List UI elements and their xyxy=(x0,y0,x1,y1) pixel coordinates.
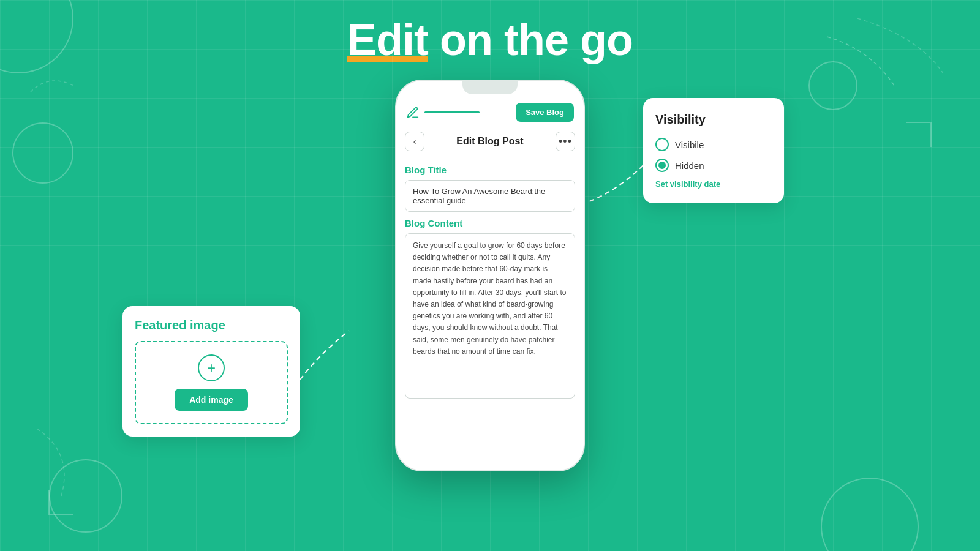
phone-notch xyxy=(462,81,518,94)
add-image-icon: + xyxy=(198,354,225,381)
title-rest: on the go xyxy=(428,15,633,64)
phone-nav: ‹ Edit Blog Post ••• xyxy=(396,128,584,155)
header-line xyxy=(424,111,480,113)
radio-visible[interactable] xyxy=(655,138,669,151)
featured-image-card: Featured image + Add image xyxy=(123,306,300,437)
visibility-card: Visibility Visibile Hidden Set visibilit… xyxy=(643,98,784,203)
visibility-title: Visibility xyxy=(655,113,772,127)
radio-hidden-dot xyxy=(658,162,666,169)
title-highlight: Edit xyxy=(347,15,428,65)
phone-inner: Save Blog ‹ Edit Blog Post ••• Blog Titl… xyxy=(396,81,584,470)
blog-content-textarea[interactable]: Give yourself a goal to grow for 60 days… xyxy=(405,233,575,399)
phone-frame: Save Blog ‹ Edit Blog Post ••• Blog Titl… xyxy=(395,80,585,471)
visible-label: Visibile xyxy=(675,140,704,150)
visibility-option-visible[interactable]: Visibile xyxy=(655,138,772,151)
nav-title: Edit Blog Post xyxy=(456,136,523,147)
set-visibility-link[interactable]: Set visibility date xyxy=(655,179,772,189)
blog-title-label: Blog Title xyxy=(405,165,575,175)
featured-image-area: + Add image xyxy=(135,341,288,424)
main-title: Edit on the go xyxy=(0,15,980,65)
blog-content-label: Blog Content xyxy=(405,218,575,228)
featured-card-title: Featured image xyxy=(135,318,288,332)
radio-hidden[interactable] xyxy=(655,159,669,172)
phone-container: Save Blog ‹ Edit Blog Post ••• Blog Titl… xyxy=(395,80,585,471)
pen-icon xyxy=(406,106,420,119)
phone-header-left xyxy=(406,106,480,119)
hidden-label: Hidden xyxy=(675,160,704,171)
add-image-button[interactable]: Add image xyxy=(175,389,248,411)
back-button[interactable]: ‹ xyxy=(405,132,424,151)
more-options-button[interactable]: ••• xyxy=(556,132,575,151)
blog-title-input[interactable]: How To Grow An Awesome Beard:the essenti… xyxy=(405,180,575,212)
save-blog-button[interactable]: Save Blog xyxy=(516,103,574,122)
visibility-option-hidden[interactable]: Hidden xyxy=(655,159,772,172)
phone-body: Blog Title How To Grow An Awesome Beard:… xyxy=(396,155,584,470)
